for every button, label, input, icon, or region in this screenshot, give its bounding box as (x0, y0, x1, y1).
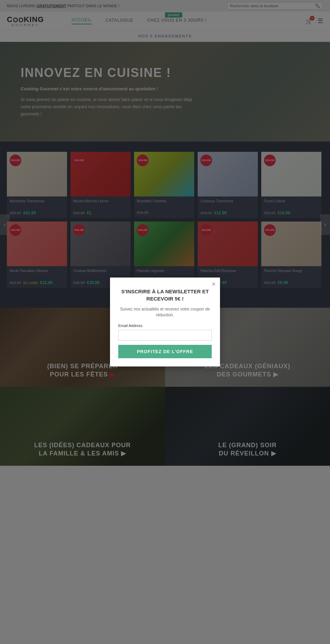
popup-submit-button[interactable]: Profitez de l'offre (118, 345, 212, 358)
popup-close-button[interactable]: ✕ (211, 281, 216, 287)
newsletter-popup: ✕ S'INSCRIRE À LA NEWSLETTER ET RECEVOIR… (110, 278, 220, 366)
popup-title: S'INSCRIRE À LA NEWSLETTER ET RECEVOIR 5… (118, 288, 212, 302)
newsletter-overlay[interactable]: ✕ S'INSCRIRE À LA NEWSLETTER ET RECEVOIR… (0, 0, 330, 466)
email-field[interactable] (118, 330, 212, 341)
popup-description: Suivez nos actualités et recevez votre c… (118, 306, 212, 318)
email-label: Email Address (118, 324, 212, 328)
